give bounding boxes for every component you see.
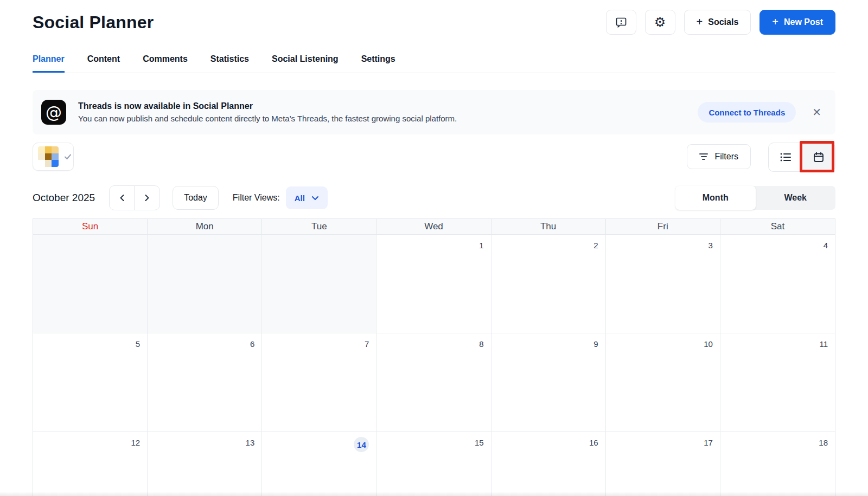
day-number: 8 — [479, 338, 483, 350]
day-number: 5 — [136, 338, 140, 350]
day-number: 13 — [246, 437, 255, 448]
day-number: 4 — [824, 240, 828, 251]
month-week-toggle: Month Week — [675, 186, 835, 210]
day-header-sun: Sun — [33, 219, 148, 234]
tab-content[interactable]: Content — [87, 54, 120, 73]
calendar-day-cell[interactable] — [33, 235, 148, 333]
month-nav — [109, 185, 160, 210]
gear-icon: ⚙ — [654, 16, 666, 29]
day-number: 2 — [593, 240, 598, 251]
workspace-logo — [38, 146, 59, 167]
week-view-toggle[interactable]: Week — [756, 186, 836, 210]
threads-logo-icon: @ — [41, 100, 66, 125]
day-number: 9 — [593, 338, 598, 350]
day-number: 11 — [819, 338, 828, 350]
day-number: 12 — [131, 437, 140, 448]
calendar-day-cell-today[interactable]: 14 — [262, 432, 376, 496]
calendar-day-cell[interactable]: 2 — [492, 235, 606, 333]
banner-text: Threads is now available in Social Plann… — [78, 101, 698, 123]
header: Social Planner ⚙ + Socials + — [33, 0, 835, 35]
banner-title: Threads is now available in Social Plann… — [78, 101, 698, 111]
social-planner-page: Social Planner ⚙ + Socials + — [0, 0, 868, 496]
day-number: 1 — [479, 240, 483, 251]
calendar-day-cell[interactable]: 1 — [376, 235, 491, 333]
header-actions: ⚙ + Socials + New Post — [606, 10, 835, 35]
next-month-button[interactable] — [135, 186, 159, 210]
tab-planner[interactable]: Planner — [33, 54, 65, 73]
calendar-day-cell[interactable]: 9 — [492, 333, 606, 432]
calendar-controls: October 2025 Today Filter Views: All — [33, 186, 835, 210]
day-header-sat: Sat — [720, 219, 835, 234]
new-post-button[interactable]: + New Post — [760, 10, 835, 35]
calendar-day-cell[interactable] — [148, 235, 262, 333]
tab-statistics[interactable]: Statistics — [210, 54, 249, 73]
banner-description: You can now publish and schedule content… — [78, 114, 698, 123]
check-icon — [63, 152, 72, 161]
calendar-week-row: 5 6 7 8 9 10 11 — [33, 333, 835, 432]
connect-to-threads-button[interactable]: Connect to Threads — [698, 102, 796, 123]
calendar-day-cell[interactable]: 6 — [148, 333, 262, 432]
calendar-grid: Sun Mon Tue Wed Thu Fri Sat 1 2 3 4 5 6 … — [33, 218, 835, 496]
day-number: 6 — [250, 338, 254, 350]
prev-month-button[interactable] — [110, 186, 135, 210]
calendar-day-headers: Sun Mon Tue Wed Thu Fri Sat — [33, 219, 835, 235]
day-number: 16 — [589, 437, 598, 448]
calendar-day-cell[interactable]: 18 — [720, 432, 835, 496]
calendar-day-cell[interactable]: 12 — [33, 432, 148, 496]
chevron-left-icon — [119, 194, 125, 202]
tab-settings[interactable]: Settings — [361, 54, 395, 73]
calendar-view-button[interactable] — [802, 143, 835, 171]
filter-views-dropdown[interactable]: All — [286, 186, 328, 209]
day-number: 10 — [704, 338, 713, 350]
account-selector-chip[interactable] — [33, 143, 74, 171]
feedback-bubble-icon — [615, 16, 627, 28]
settings-button[interactable]: ⚙ — [645, 10, 675, 35]
calendar-day-cell[interactable]: 7 — [262, 333, 376, 432]
day-number: 17 — [704, 437, 713, 448]
calendar-day-cell[interactable]: 11 — [720, 333, 835, 432]
calendar-day-cell[interactable]: 4 — [720, 235, 835, 333]
tab-social-listening[interactable]: Social Listening — [272, 54, 339, 73]
month-view-toggle[interactable]: Month — [675, 186, 756, 210]
day-number-today: 14 — [354, 437, 369, 452]
page-title: Social Planner — [33, 12, 154, 33]
banner-close-icon[interactable]: ✕ — [812, 107, 821, 118]
calendar-day-cell[interactable]: 3 — [606, 235, 720, 333]
chevron-right-icon — [144, 194, 150, 202]
threads-banner: @ Threads is now available in Social Pla… — [33, 90, 835, 134]
calendar-day-cell[interactable]: 10 — [606, 333, 720, 432]
day-header-fri: Fri — [606, 219, 720, 234]
calendar-day-cell[interactable]: 16 — [492, 432, 606, 496]
day-number: 18 — [819, 437, 828, 448]
day-header-thu: Thu — [492, 219, 606, 234]
filter-views-value: All — [295, 194, 305, 203]
plus-icon: + — [772, 16, 778, 27]
day-number: 3 — [709, 240, 713, 251]
calendar-day-cell[interactable]: 17 — [606, 432, 720, 496]
day-header-wed: Wed — [376, 219, 491, 234]
filters-button[interactable]: Filters — [687, 144, 751, 169]
socials-button[interactable]: + Socials — [684, 10, 751, 35]
calendar-week-row: 1 2 3 4 — [33, 235, 835, 333]
list-view-button[interactable] — [769, 143, 802, 171]
calendar-day-cell[interactable] — [262, 235, 376, 333]
toolbar-right: Filters — [687, 143, 835, 172]
feedback-button[interactable] — [606, 10, 636, 35]
calendar-controls-left: October 2025 Today Filter Views: All — [33, 185, 328, 210]
today-button[interactable]: Today — [173, 186, 219, 210]
calendar-week-row: 12 13 14 15 16 17 18 — [33, 432, 835, 496]
calendar-day-cell[interactable]: 8 — [376, 333, 491, 432]
day-header-mon: Mon — [148, 219, 262, 234]
calendar-day-cell[interactable]: 15 — [376, 432, 491, 496]
plus-icon: + — [697, 16, 703, 27]
calendar-day-cell[interactable]: 13 — [148, 432, 262, 496]
filter-icon — [699, 153, 708, 160]
list-icon — [780, 152, 792, 163]
filters-button-label: Filters — [714, 152, 738, 162]
chevron-down-icon — [311, 196, 319, 201]
calendar-day-cell[interactable]: 5 — [33, 333, 148, 432]
tab-comments[interactable]: Comments — [143, 54, 188, 73]
toolbar: Filters — [33, 143, 835, 173]
new-post-button-label: New Post — [784, 17, 823, 27]
day-number: 15 — [475, 437, 484, 448]
